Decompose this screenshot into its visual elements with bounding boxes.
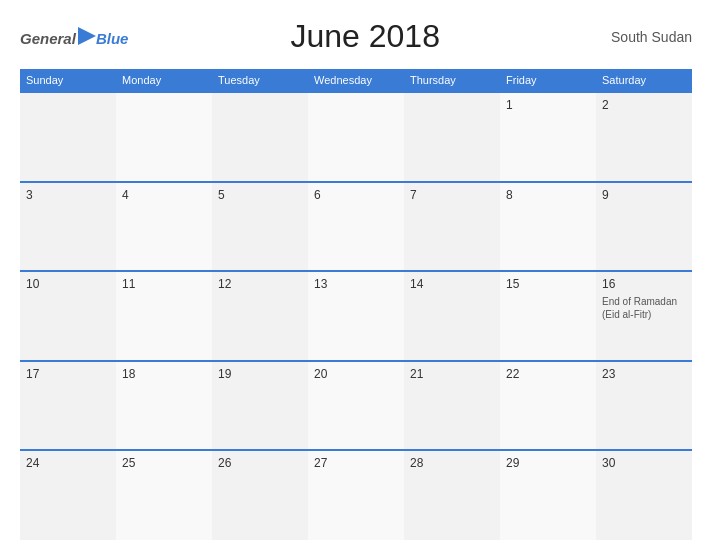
calendar-cell: 9 (596, 182, 692, 272)
calendar-cell: 21 (404, 361, 500, 451)
calendar-week-row: 24252627282930 (20, 450, 692, 540)
calendar-cell: 7 (404, 182, 500, 272)
day-event: End of Ramadan (Eid al-Fitr) (602, 295, 686, 321)
day-number: 18 (122, 367, 206, 381)
calendar-header-row: SundayMondayTuesdayWednesdayThursdayFrid… (20, 69, 692, 92)
calendar-cell: 25 (116, 450, 212, 540)
calendar-table: SundayMondayTuesdayWednesdayThursdayFrid… (20, 69, 692, 540)
calendar-cell: 24 (20, 450, 116, 540)
day-number: 7 (410, 188, 494, 202)
day-number: 27 (314, 456, 398, 470)
day-number: 16 (602, 277, 686, 291)
day-number: 19 (218, 367, 302, 381)
calendar-cell: 2 (596, 92, 692, 182)
calendar-cell: 18 (116, 361, 212, 451)
day-number: 5 (218, 188, 302, 202)
calendar-cell: 1 (500, 92, 596, 182)
calendar-cell (404, 92, 500, 182)
calendar-cell: 27 (308, 450, 404, 540)
calendar-cell: 4 (116, 182, 212, 272)
day-number: 17 (26, 367, 110, 381)
calendar-title: June 2018 (128, 18, 602, 55)
day-number: 14 (410, 277, 494, 291)
day-number: 4 (122, 188, 206, 202)
day-number: 10 (26, 277, 110, 291)
weekday-header-saturday: Saturday (596, 69, 692, 92)
calendar-week-row: 3456789 (20, 182, 692, 272)
day-number: 8 (506, 188, 590, 202)
calendar-week-row: 12 (20, 92, 692, 182)
calendar-week-row: 17181920212223 (20, 361, 692, 451)
calendar-cell: 8 (500, 182, 596, 272)
calendar-week-row: 10111213141516End of Ramadan (Eid al-Fit… (20, 271, 692, 361)
calendar-cell: 16End of Ramadan (Eid al-Fitr) (596, 271, 692, 361)
day-number: 26 (218, 456, 302, 470)
day-number: 20 (314, 367, 398, 381)
day-number: 3 (26, 188, 110, 202)
calendar-cell: 13 (308, 271, 404, 361)
weekday-header-monday: Monday (116, 69, 212, 92)
day-number: 13 (314, 277, 398, 291)
calendar-cell: 15 (500, 271, 596, 361)
day-number: 11 (122, 277, 206, 291)
calendar-cell: 29 (500, 450, 596, 540)
day-number: 24 (26, 456, 110, 470)
calendar-cell (20, 92, 116, 182)
header: General Blue June 2018 South Sudan (20, 18, 692, 55)
day-number: 9 (602, 188, 686, 202)
calendar-cell (308, 92, 404, 182)
logo: General Blue (20, 27, 128, 46)
calendar-cell: 26 (212, 450, 308, 540)
day-number: 25 (122, 456, 206, 470)
day-number: 29 (506, 456, 590, 470)
day-number: 15 (506, 277, 590, 291)
logo-general-text: General (20, 31, 76, 46)
calendar-cell: 5 (212, 182, 308, 272)
day-number: 23 (602, 367, 686, 381)
day-number: 21 (410, 367, 494, 381)
day-number: 30 (602, 456, 686, 470)
weekday-header-thursday: Thursday (404, 69, 500, 92)
calendar-cell: 22 (500, 361, 596, 451)
calendar-cell: 11 (116, 271, 212, 361)
calendar-cell: 19 (212, 361, 308, 451)
calendar-cell: 30 (596, 450, 692, 540)
weekday-header-tuesday: Tuesday (212, 69, 308, 92)
country-label: South Sudan (602, 29, 692, 45)
day-number: 22 (506, 367, 590, 381)
day-number: 28 (410, 456, 494, 470)
weekday-header-friday: Friday (500, 69, 596, 92)
calendar-cell: 28 (404, 450, 500, 540)
calendar-cell: 12 (212, 271, 308, 361)
calendar-cell: 3 (20, 182, 116, 272)
calendar-cell: 23 (596, 361, 692, 451)
calendar-cell: 20 (308, 361, 404, 451)
svg-marker-0 (78, 27, 96, 45)
calendar-cell: 17 (20, 361, 116, 451)
calendar-cell (212, 92, 308, 182)
page: General Blue June 2018 South Sudan Sunda… (0, 0, 712, 550)
calendar-cell: 10 (20, 271, 116, 361)
weekday-header-wednesday: Wednesday (308, 69, 404, 92)
day-number: 12 (218, 277, 302, 291)
calendar-cell (116, 92, 212, 182)
calendar-cell: 14 (404, 271, 500, 361)
day-number: 1 (506, 98, 590, 112)
logo-flag-icon (78, 27, 96, 45)
weekday-header-sunday: Sunday (20, 69, 116, 92)
calendar-cell: 6 (308, 182, 404, 272)
day-number: 2 (602, 98, 686, 112)
day-number: 6 (314, 188, 398, 202)
logo-blue-text: Blue (96, 31, 129, 46)
